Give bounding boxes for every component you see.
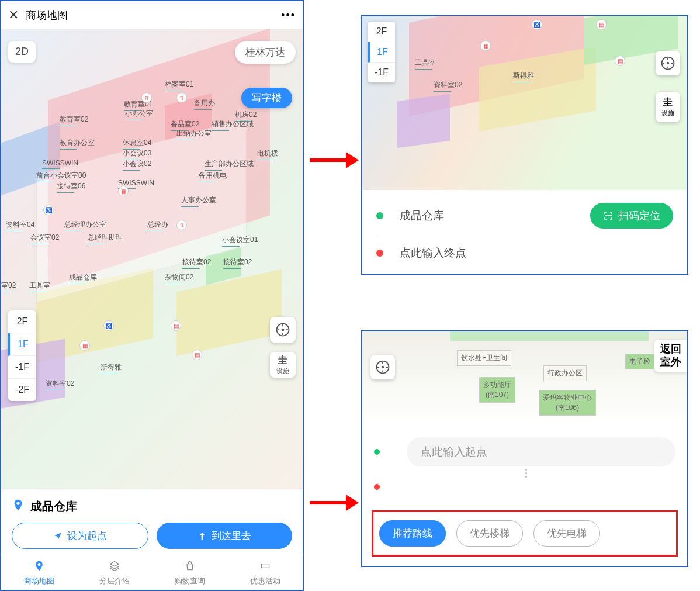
poi-label[interactable]: 小会议02 <box>123 159 151 171</box>
layers-icon <box>109 560 120 575</box>
floor-item-b2[interactable]: -2F <box>8 379 36 401</box>
poi-label[interactable]: 备用办 <box>194 98 215 110</box>
floor-item-1f[interactable]: 1F <box>8 333 36 356</box>
poi-label[interactable]: 接待室06 <box>57 181 85 193</box>
elevator-icon[interactable]: ▦ <box>118 186 129 196</box>
map-canvas-route[interactable]: 2F 1F -1F ♿ ▤ ▦ ▤ 工具室 资料室02 斯得雅 圭 设施 <box>362 16 687 190</box>
poi-label[interactable]: 工具室 <box>29 281 50 292</box>
stairs-icon[interactable]: ▤ <box>615 56 625 66</box>
phone-screen-left: ✕ 商场地图 ••• 2D 桂林万达 写字楼 档案室01 备用办 教育室01 小… <box>0 0 304 591</box>
room-label[interactable]: 饮水处F卫生间 <box>457 350 511 366</box>
start-point-row[interactable]: 成品仓库 扫码定位 <box>362 195 687 237</box>
back-outdoor-button[interactable]: 返回 室外 <box>654 340 687 372</box>
building-chip[interactable]: 写字楼 <box>241 88 292 108</box>
end-point-row[interactable]: 点此输入终点 <box>362 237 687 269</box>
poi-label[interactable]: 小办公室 <box>125 109 153 120</box>
floor-item-b1[interactable]: -1F <box>368 63 395 82</box>
poi-label[interactable]: 前台小会议室00 <box>36 171 86 182</box>
more-icon[interactable]: ••• <box>281 9 296 22</box>
floor-item-2f[interactable]: 2F <box>8 310 36 333</box>
stairs-icon[interactable]: ▤ <box>596 19 607 30</box>
poi-label[interactable]: 资料室02 <box>46 379 74 390</box>
svg-point-1 <box>282 329 285 331</box>
poi-label[interactable]: 资料室04 <box>6 220 34 231</box>
route-inputs: 成品仓库 扫码定位 点此输入终点 <box>362 190 687 274</box>
compass-button[interactable] <box>270 317 296 343</box>
poi-label[interactable]: 销售办公区域 <box>212 119 254 131</box>
escalator-icon[interactable]: ⇅ <box>176 220 187 230</box>
escalator-icon[interactable]: ⇅ <box>176 92 187 103</box>
poi-label[interactable]: 小会议室01 <box>222 235 258 247</box>
tab-promo[interactable]: 优惠活动 <box>227 555 303 590</box>
poi-label[interactable]: 会议室02 <box>30 233 59 244</box>
start-input[interactable]: 点此输入起点 <box>407 437 675 466</box>
poi-label[interactable]: 总经理助理 <box>88 233 123 244</box>
elevator-icon[interactable]: ▦ <box>480 40 491 51</box>
compass-button[interactable] <box>656 51 680 75</box>
header-bar: ✕ 商场地图 ••• <box>1 1 303 29</box>
selected-poi-name: 成品仓库 <box>30 499 77 514</box>
location-name-chip[interactable]: 桂林万达 <box>235 41 296 64</box>
floor-selector: 2F 1F -1F <box>368 22 395 82</box>
poi-label[interactable]: 斯得雅 <box>513 71 534 82</box>
close-icon[interactable]: ✕ <box>8 8 19 23</box>
poi-label[interactable]: 接待室02 <box>182 257 211 269</box>
tab-shopping[interactable]: 购物查询 <box>152 555 227 590</box>
stairs-icon[interactable]: ▤ <box>192 350 202 360</box>
poi-label[interactable]: 教育办公室 <box>60 138 95 150</box>
tab-map[interactable]: 商场地图 <box>1 555 77 590</box>
poi-label[interactable]: 备用机电 <box>199 171 227 182</box>
room-label[interactable]: 爱玛客物业中心 (南106) <box>539 390 596 416</box>
restroom-icon[interactable]: ♿ <box>532 19 542 30</box>
poi-label[interactable]: 工具室 <box>415 58 436 70</box>
facility-button[interactable]: 圭 设施 <box>656 92 680 122</box>
restroom-icon[interactable]: ♿ <box>103 320 114 331</box>
option-elevator[interactable]: 优先电梯 <box>533 520 600 547</box>
room-label[interactable]: 电子检 <box>625 354 654 369</box>
option-stairs[interactable]: 优先楼梯 <box>456 520 523 547</box>
facility-button[interactable]: 圭 设施 <box>270 352 296 378</box>
poi-label[interactable]: 斯得雅 <box>101 362 122 374</box>
poi-label[interactable]: SWISSWIN <box>42 159 78 169</box>
restroom-icon[interactable]: ♿ <box>43 205 54 215</box>
stairs-icon[interactable]: ▤ <box>171 320 181 331</box>
compass-button[interactable] <box>370 355 395 379</box>
floor-item-1f[interactable]: 1F <box>368 42 395 63</box>
flow-arrow-2 <box>310 495 359 511</box>
scan-locate-button[interactable]: 扫码定位 <box>590 203 673 229</box>
poi-label[interactable]: 出纳办公室 <box>176 129 212 140</box>
poi-label[interactable]: 总经理办公室 <box>64 220 106 231</box>
poi-label[interactable]: 总经办 <box>147 220 168 231</box>
option-recommended[interactable]: 推荐路线 <box>379 520 446 547</box>
navigate-icon <box>53 531 63 541</box>
set-start-button[interactable]: 设为起点 <box>12 523 148 549</box>
floor-item-b1[interactable]: -1F <box>8 356 36 379</box>
go-here-button[interactable]: 到这里去 <box>157 523 292 549</box>
poi-label[interactable]: 小会议03 <box>123 148 151 160</box>
poi-label[interactable]: 档案室01 <box>165 80 193 91</box>
scan-icon <box>603 210 614 221</box>
facility-icon: 圭 <box>663 96 673 109</box>
poi-label[interactable]: 休息室04 <box>123 138 151 150</box>
map-canvas[interactable]: 2D 桂林万达 写字楼 档案室01 备用办 教育室01 小办公室 机房02 教育… <box>1 29 303 489</box>
poi-label[interactable]: 人事办公室 <box>181 195 216 207</box>
toggle-2d-button[interactable]: 2D <box>8 41 36 63</box>
room-label[interactable]: 行政办公区 <box>543 365 587 381</box>
poi-label[interactable]: 资料室02 <box>434 80 462 92</box>
tab-floors[interactable]: 分层介绍 <box>77 555 152 590</box>
poi-label[interactable]: 杂物间02 <box>165 272 193 284</box>
map-canvas-2d[interactable]: 返回 室外 饮水处F卫生间 多功能厅 (南107) 行政办公区 爱玛客物业中心 … <box>362 331 687 427</box>
poi-label[interactable]: 成品仓库 <box>69 272 97 284</box>
poi-label[interactable]: 接待室02 <box>223 257 252 269</box>
room-label[interactable]: 多功能厅 (南107) <box>479 377 515 403</box>
poi-label[interactable]: 生产部办公区域 <box>205 159 254 171</box>
poi-label[interactable]: 教育室02 <box>60 115 88 126</box>
facility-label: 设施 <box>276 367 289 375</box>
poi-label[interactable]: 电机楼 <box>257 148 278 160</box>
tab-label: 商场地图 <box>24 576 54 586</box>
route-inputs-2: 点此输入起点 <box>362 427 687 504</box>
elevator-icon[interactable]: ▦ <box>79 340 90 351</box>
poi-label[interactable]: 务室02 <box>1 281 16 292</box>
escalator-icon[interactable]: ⇅ <box>141 92 152 103</box>
floor-item-2f[interactable]: 2F <box>368 22 395 42</box>
